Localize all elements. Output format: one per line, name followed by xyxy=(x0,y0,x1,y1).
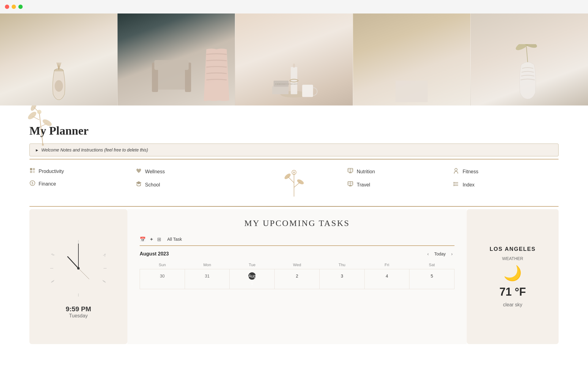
calendar-cell[interactable]: 5 xyxy=(409,269,454,289)
calendar-nav: ‹ Today › xyxy=(425,251,454,257)
today-button[interactable]: Today xyxy=(434,251,446,256)
nav-item-productivity[interactable]: Productivity xyxy=(29,167,135,175)
svg-point-65 xyxy=(454,185,454,186)
svg-rect-54 xyxy=(349,172,352,173)
svg-point-59 xyxy=(455,168,457,171)
fitness-label: Fitness xyxy=(462,169,478,174)
svg-point-50 xyxy=(293,171,295,173)
svg-point-34 xyxy=(42,118,53,127)
day-header-thu: Thu xyxy=(319,261,364,269)
index-icon xyxy=(453,181,459,189)
calendar-cell[interactable]: Aug 1 xyxy=(230,269,275,289)
day-number: 2 xyxy=(293,272,301,280)
day-header-mon: Mon xyxy=(185,261,230,269)
svg-point-36 xyxy=(37,110,41,114)
day-number: 30 xyxy=(159,272,166,280)
tasks-section: MY UPCOMING TASKS 📅 ✦ ⊞ All Task August … xyxy=(127,209,467,344)
svg-line-29 xyxy=(39,113,43,145)
svg-text:$: $ xyxy=(32,182,33,185)
triangle-icon: ▶ xyxy=(36,148,38,152)
svg-rect-15 xyxy=(154,60,189,70)
day-header-wed: Wed xyxy=(275,261,320,269)
clock-time: 9:59 PM xyxy=(66,305,91,313)
close-button[interactable] xyxy=(5,5,9,9)
productivity-icon xyxy=(29,167,36,175)
productivity-label: Productivity xyxy=(39,169,64,174)
calendar-month: August 2023 xyxy=(140,251,169,257)
calendar-cell[interactable]: 30 xyxy=(140,269,185,289)
index-label: Index xyxy=(462,182,474,188)
day-header-tue: Tue xyxy=(230,261,275,269)
all-task-button[interactable]: All Task xyxy=(165,236,184,243)
bottom-section: 9:59 PM Tuesday MY UPCOMING TASKS 📅 ✦ ⊞ … xyxy=(29,209,559,344)
top-divider xyxy=(29,159,559,159)
nav-column-5: Fitness Index xyxy=(453,167,559,189)
nav-column-1: Productivity $ Finance xyxy=(29,167,135,189)
main-content: My Planner ▶ Welcome Notes and Instructi… xyxy=(0,124,588,344)
svg-rect-40 xyxy=(30,171,32,173)
calendar-cell[interactable]: 4 xyxy=(364,269,409,289)
calendar-header: August 2023 ‹ Today › xyxy=(140,251,454,257)
nav-item-travel[interactable]: Travel xyxy=(347,181,453,189)
svg-rect-20 xyxy=(272,86,288,94)
hero-image-3: A DEMOCRACY OF IMAGERY xyxy=(235,13,352,105)
travel-label: Travel xyxy=(357,182,370,188)
nav-item-nutrition[interactable]: Nutrition xyxy=(347,167,453,176)
day-number: 4 xyxy=(383,272,390,280)
nav-item-fitness[interactable]: Fitness xyxy=(453,167,559,176)
svg-rect-41 xyxy=(33,171,35,173)
hero-strip: A DEMOCRACY OF IMAGERY xyxy=(0,13,588,105)
day-number-aug1: Aug 1 xyxy=(248,272,256,280)
svg-rect-23 xyxy=(302,85,313,97)
nav-item-finance[interactable]: $ Finance xyxy=(29,180,135,188)
nav-column-4: Nutrition Travel xyxy=(347,167,453,189)
welcome-banner[interactable]: ▶ Welcome Notes and Instructions (feel f… xyxy=(29,144,559,156)
table-row: 30 31 Aug 1 2 3 4 5 xyxy=(140,269,454,289)
svg-point-81 xyxy=(77,267,80,270)
page-title: My Planner xyxy=(29,124,559,137)
day-number: 3 xyxy=(338,272,346,280)
svg-point-33 xyxy=(27,110,38,121)
day-number: 31 xyxy=(204,272,211,280)
wellness-icon xyxy=(135,167,142,176)
svg-point-18 xyxy=(293,63,295,68)
calendar-cell[interactable]: 2 xyxy=(275,269,320,289)
travel-icon xyxy=(347,181,354,189)
nav-column-2: Wellness School xyxy=(135,167,241,189)
nav-item-school[interactable]: School xyxy=(135,181,241,189)
svg-point-1 xyxy=(55,80,63,92)
hero-image-1 xyxy=(0,13,117,105)
title-bar xyxy=(0,0,588,13)
svg-rect-39 xyxy=(33,168,35,170)
svg-rect-38 xyxy=(30,168,32,170)
minimize-button[interactable] xyxy=(12,5,16,9)
svg-rect-17 xyxy=(291,67,297,94)
svg-rect-12 xyxy=(154,67,189,90)
svg-point-35 xyxy=(30,105,38,112)
weather-icon: 🌙 xyxy=(503,265,522,282)
finance-icon: $ xyxy=(29,180,36,188)
hero-image-5 xyxy=(470,13,588,105)
day-header-fri: Fri xyxy=(364,261,409,269)
table-icon[interactable]: ⊞ xyxy=(157,236,161,242)
calendar-cell[interactable]: 31 xyxy=(185,269,230,289)
school-icon xyxy=(135,181,142,189)
day-header-sat: Sat xyxy=(409,261,454,269)
tasks-toolbar: 📅 ✦ ⊞ All Task xyxy=(140,236,454,246)
calendar-cell[interactable]: 3 xyxy=(319,269,364,289)
prev-month-button[interactable]: ‹ xyxy=(425,251,431,257)
maximize-button[interactable] xyxy=(18,5,23,9)
weather-temp: 71 °F xyxy=(499,286,526,298)
next-month-button[interactable]: › xyxy=(449,251,454,257)
school-label: School xyxy=(145,182,160,188)
weather-city: LOS ANGELES xyxy=(490,246,536,252)
svg-text:A DEMOCRACY OF IMAGERY: A DEMOCRACY OF IMAGERY xyxy=(275,83,298,85)
clock-widget: 9:59 PM Tuesday xyxy=(29,209,127,344)
svg-line-80 xyxy=(78,268,89,279)
weather-description: clear sky xyxy=(503,302,522,308)
spark-icon[interactable]: ✦ xyxy=(149,236,153,242)
fitness-icon xyxy=(453,167,459,176)
calendar-icon[interactable]: 📅 xyxy=(140,236,146,242)
nav-item-index[interactable]: Index xyxy=(453,181,559,189)
nav-item-wellness[interactable]: Wellness xyxy=(135,167,241,176)
